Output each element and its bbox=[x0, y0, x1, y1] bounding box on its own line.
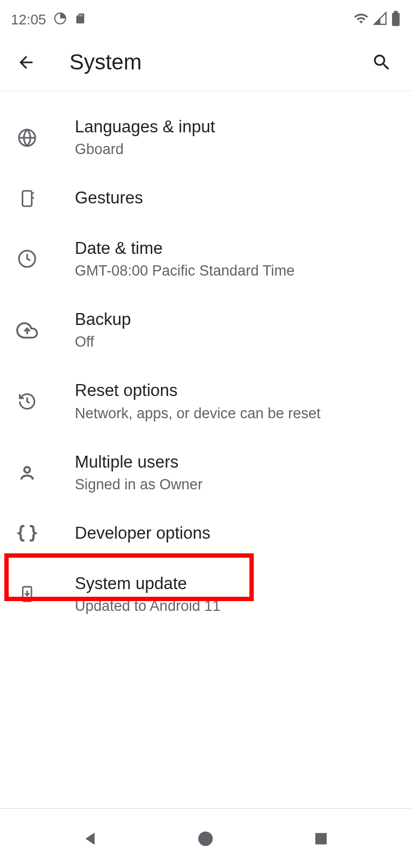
nav-back-button[interactable] bbox=[79, 827, 101, 850]
sd-card-icon bbox=[74, 12, 86, 27]
settings-item-subtitle: Network, apps, or device can be reset bbox=[75, 404, 395, 423]
back-button[interactable] bbox=[16, 53, 42, 72]
search-button[interactable] bbox=[369, 52, 395, 73]
settings-item-title: Reset options bbox=[75, 380, 395, 401]
settings-item-backup[interactable]: Backup Off bbox=[0, 295, 411, 366]
svg-rect-1 bbox=[392, 13, 400, 27]
navigation-bar bbox=[0, 808, 411, 868]
settings-item-title: Multiple users bbox=[75, 451, 395, 473]
svg-rect-5 bbox=[23, 190, 32, 206]
settings-list: Languages & input Gboard Gestures Date &… bbox=[0, 91, 411, 630]
svg-rect-2 bbox=[394, 11, 398, 14]
cloud-upload-icon bbox=[16, 320, 38, 341]
settings-item-subtitle: GMT-08:00 Pacific Standard Time bbox=[75, 261, 395, 280]
gesture-icon bbox=[16, 188, 38, 209]
circle-home-icon bbox=[197, 830, 214, 847]
status-left: 12:05 bbox=[11, 11, 86, 28]
svg-point-7 bbox=[24, 467, 30, 473]
settings-item-title: Backup bbox=[75, 309, 395, 330]
square-recent-icon bbox=[313, 831, 329, 846]
settings-item-gestures[interactable]: Gestures bbox=[0, 173, 411, 223]
triangle-back-icon bbox=[81, 829, 99, 848]
settings-item-reset-options[interactable]: Reset options Network, apps, or device c… bbox=[0, 366, 411, 437]
nav-recent-button[interactable] bbox=[310, 827, 332, 850]
status-bar: 12:05 bbox=[0, 0, 411, 39]
signal-icon bbox=[373, 11, 387, 28]
battery-icon bbox=[391, 11, 400, 28]
person-icon bbox=[16, 462, 38, 484]
settings-item-subtitle: Gboard bbox=[75, 140, 395, 159]
settings-item-subtitle: Signed in as Owner bbox=[75, 475, 395, 494]
system-update-icon bbox=[16, 583, 38, 605]
settings-item-title: Date & time bbox=[75, 238, 395, 259]
settings-item-title: Gestures bbox=[75, 187, 395, 209]
settings-item-developer-options[interactable]: Developer options bbox=[0, 508, 411, 558]
status-time: 12:05 bbox=[11, 11, 46, 28]
pie-icon bbox=[54, 12, 67, 27]
wifi-icon bbox=[354, 11, 369, 28]
reset-icon bbox=[16, 391, 38, 412]
search-icon bbox=[371, 52, 392, 73]
settings-item-subtitle: Updated to Android 11 bbox=[75, 597, 395, 616]
settings-item-multiple-users[interactable]: Multiple users Signed in as Owner bbox=[0, 437, 411, 508]
settings-item-date-time[interactable]: Date & time GMT-08:00 Pacific Standard T… bbox=[0, 224, 411, 295]
code-icon bbox=[16, 522, 38, 544]
settings-item-languages-input[interactable]: Languages & input Gboard bbox=[0, 102, 411, 173]
settings-item-title: System update bbox=[75, 573, 395, 595]
settings-item-subtitle: Off bbox=[75, 333, 395, 352]
settings-item-title: Languages & input bbox=[75, 116, 395, 138]
nav-home-button[interactable] bbox=[194, 827, 217, 850]
header: System bbox=[0, 39, 411, 91]
globe-icon bbox=[16, 127, 38, 149]
settings-item-system-update[interactable]: System update Updated to Android 11 bbox=[0, 559, 411, 630]
clock-icon bbox=[16, 248, 38, 270]
status-right bbox=[354, 11, 400, 28]
settings-item-title: Developer options bbox=[75, 522, 395, 544]
page-title: System bbox=[69, 50, 369, 74]
back-arrow-icon bbox=[16, 53, 36, 72]
svg-rect-12 bbox=[315, 833, 326, 844]
svg-point-11 bbox=[198, 831, 213, 846]
